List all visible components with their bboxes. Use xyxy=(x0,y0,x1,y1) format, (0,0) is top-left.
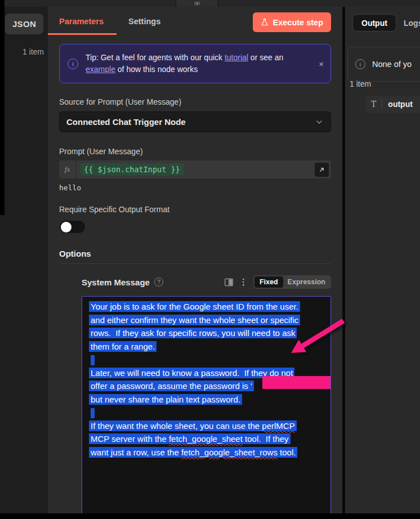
tab-settings[interactable]: Settings xyxy=(128,17,160,26)
system-message-line: but never share the plain text password. xyxy=(91,393,325,406)
system-message-line: MCP server with the fetch_google_sheet t… xyxy=(91,432,325,446)
drag-handle-icon[interactable] xyxy=(176,0,218,7)
expand-expression-button[interactable] xyxy=(315,163,329,177)
close-icon[interactable]: × xyxy=(319,59,324,69)
system-message-line: want just a row, use the fetch_google_sh… xyxy=(91,446,325,459)
chevron-down-icon xyxy=(315,118,324,127)
prompt-expression-field[interactable]: fx {{ $json.chatInput }} xyxy=(59,160,331,178)
tab-output[interactable]: Output xyxy=(352,14,396,32)
example-link[interactable]: example xyxy=(86,65,115,74)
output-column-name: output xyxy=(388,100,413,109)
output-items-count: 1 item xyxy=(350,79,371,88)
options-heading: Options xyxy=(59,249,331,258)
mode-expression-button[interactable]: Expression xyxy=(283,276,330,288)
output-column-header[interactable]: T output xyxy=(365,96,420,113)
node-details-view: JSON 1 item Parameters Settings Execute … xyxy=(0,0,420,519)
system-message-line: Your job is to ask for the Google sheet … xyxy=(91,300,325,314)
input-items-count: 1 item xyxy=(23,47,44,56)
system-message-line xyxy=(91,353,325,366)
divider xyxy=(59,263,331,264)
system-message-label: System Message xyxy=(82,278,150,287)
mode-switch: Fixed Expression xyxy=(253,275,331,289)
password-redaction-annotation xyxy=(262,376,331,389)
tip-banner: i Tip: Get a feel for agents with our qu… xyxy=(59,44,331,83)
text-type-icon: T xyxy=(371,100,376,109)
mode-fixed-button[interactable]: Fixed xyxy=(254,276,283,288)
fx-icon: fx xyxy=(59,160,76,178)
output-notice: i None of yo xyxy=(347,47,420,82)
system-message-line xyxy=(91,406,325,419)
require-output-format-label: Require Specific Output Format xyxy=(59,205,331,214)
execute-step-button[interactable]: Execute step xyxy=(253,12,331,32)
system-message-option: System Message ? ⋮ Fixed Expression xyxy=(82,275,331,519)
info-icon: i xyxy=(355,59,365,69)
tab-logs[interactable]: Logs xyxy=(404,19,420,28)
system-message-textarea[interactable]: Your job is to ask for the Google sheet … xyxy=(82,296,331,519)
tip-text: Tip: Get a feel for agents with our quic… xyxy=(86,52,309,75)
source-prompt-label: Source for Prompt (User Message) xyxy=(59,97,331,106)
expand-icon xyxy=(318,166,325,173)
top-resize-bar[interactable] xyxy=(5,0,420,7)
kebab-menu-icon[interactable]: ⋮ xyxy=(239,277,248,287)
info-icon: i xyxy=(68,59,78,69)
tab-parameters[interactable]: Parameters xyxy=(59,17,104,26)
tutorial-link[interactable]: tutorial xyxy=(225,53,248,62)
output-notice-text: None of yo xyxy=(372,60,412,69)
split-pane-icon[interactable] xyxy=(224,278,234,287)
system-message-line: and either confirm they want the whole s… xyxy=(91,314,325,327)
output-panel: Output Logs i None of yo 1 item T output xyxy=(345,7,420,513)
prompt-preview-value: hello xyxy=(59,184,331,192)
system-message-line: If they want the whole sheet, you can us… xyxy=(91,419,325,433)
parameters-panel: Parameters Settings Execute step i Tip: … xyxy=(48,7,342,513)
help-icon[interactable]: ? xyxy=(154,278,163,287)
prompt-expression-value[interactable]: {{ $json.chatInput }} xyxy=(81,163,184,176)
prompt-label: Prompt (User Message) xyxy=(59,147,331,156)
require-output-format-toggle[interactable] xyxy=(59,220,86,234)
toggle-knob xyxy=(61,222,72,232)
bottom-edge xyxy=(0,513,420,519)
active-tab-underline xyxy=(48,33,117,35)
divider xyxy=(382,100,382,109)
source-prompt-value: Connected Chat Trigger Node xyxy=(66,117,186,127)
input-panel: JSON 1 item xyxy=(0,7,48,513)
flask-icon xyxy=(261,18,269,26)
json-view-tab[interactable]: JSON xyxy=(5,14,43,34)
system-message-line: rows. If they ask for specific rows, you… xyxy=(91,326,325,340)
system-message-line: them for a range. xyxy=(91,340,325,354)
source-prompt-select[interactable]: Connected Chat Trigger Node xyxy=(59,111,331,132)
